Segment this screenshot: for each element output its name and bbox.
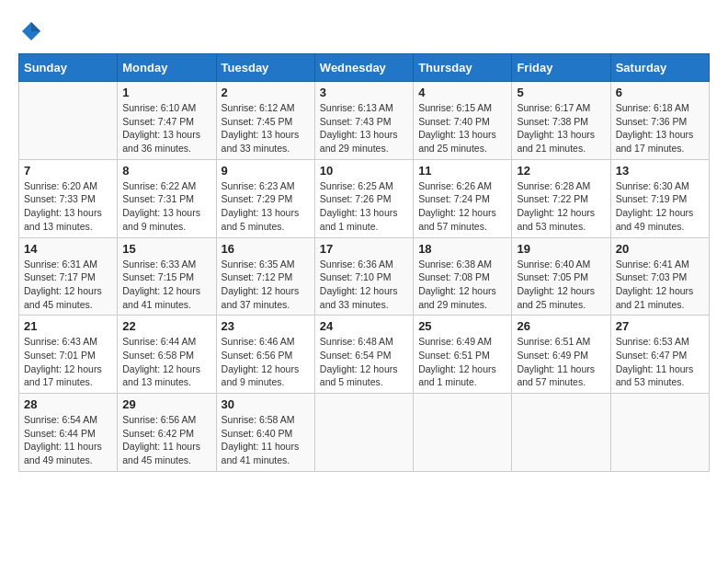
calendar-cell: 27Sunrise: 6:53 AM Sunset: 6:47 PM Dayli… [610, 316, 709, 394]
day-detail: Sunrise: 6:18 AM Sunset: 7:36 PM Dayligh… [616, 101, 704, 155]
calendar-cell: 1Sunrise: 6:10 AM Sunset: 7:47 PM Daylig… [118, 82, 216, 160]
day-number: 3 [320, 86, 408, 99]
weekday-header: Thursday [414, 54, 512, 82]
day-number: 16 [222, 242, 310, 256]
day-number: 4 [418, 86, 506, 99]
day-detail: Sunrise: 6:43 AM Sunset: 7:01 PM Dayligh… [24, 335, 112, 389]
day-number: 5 [517, 86, 605, 99]
day-detail: Sunrise: 6:51 AM Sunset: 6:49 PM Dayligh… [517, 335, 605, 389]
logo-icon [18, 18, 44, 44]
day-detail: Sunrise: 6:53 AM Sunset: 6:47 PM Dayligh… [616, 335, 704, 389]
calendar-cell: 20Sunrise: 6:41 AM Sunset: 7:03 PM Dayli… [610, 237, 709, 316]
day-detail: Sunrise: 6:23 AM Sunset: 7:29 PM Dayligh… [222, 179, 310, 234]
calendar-cell: 8Sunrise: 6:22 AM Sunset: 7:31 PM Daylig… [118, 159, 216, 237]
day-detail: Sunrise: 6:54 AM Sunset: 6:44 PM Dayligh… [24, 413, 112, 467]
calendar-cell: 15Sunrise: 6:33 AM Sunset: 7:15 PM Dayli… [118, 237, 216, 316]
day-number: 21 [24, 319, 112, 333]
calendar-cell: 21Sunrise: 6:43 AM Sunset: 7:01 PM Dayli… [19, 316, 118, 394]
day-detail: Sunrise: 6:36 AM Sunset: 7:10 PM Dayligh… [320, 258, 408, 312]
calendar-cell: 10Sunrise: 6:25 AM Sunset: 7:26 PM Dayli… [314, 159, 413, 237]
weekday-header-row: SundayMondayTuesdayWednesdayThursdayFrid… [19, 54, 710, 82]
calendar-cell: 16Sunrise: 6:35 AM Sunset: 7:12 PM Dayli… [216, 237, 314, 316]
calendar-cell: 25Sunrise: 6:49 AM Sunset: 6:51 PM Dayli… [414, 316, 512, 394]
calendar-cell: 7Sunrise: 6:20 AM Sunset: 7:33 PM Daylig… [19, 159, 118, 237]
day-number: 11 [418, 164, 506, 178]
day-detail: Sunrise: 6:48 AM Sunset: 6:54 PM Dayligh… [320, 335, 408, 389]
calendar-cell [19, 82, 118, 160]
calendar-week-row: 28Sunrise: 6:54 AM Sunset: 6:44 PM Dayli… [19, 394, 710, 472]
day-number: 15 [122, 242, 210, 256]
day-number: 8 [122, 164, 210, 178]
day-detail: Sunrise: 6:30 AM Sunset: 7:19 PM Dayligh… [616, 179, 704, 234]
day-number: 27 [616, 319, 704, 333]
day-number: 7 [24, 164, 112, 178]
calendar-cell: 3Sunrise: 6:13 AM Sunset: 7:43 PM Daylig… [314, 82, 413, 160]
day-number: 28 [24, 397, 112, 411]
calendar-cell: 4Sunrise: 6:15 AM Sunset: 7:40 PM Daylig… [414, 82, 512, 160]
calendar-cell: 23Sunrise: 6:46 AM Sunset: 6:56 PM Dayli… [216, 316, 314, 394]
day-number: 1 [122, 86, 210, 99]
day-detail: Sunrise: 6:26 AM Sunset: 7:24 PM Dayligh… [418, 179, 506, 234]
day-number: 19 [517, 242, 605, 256]
calendar-cell: 19Sunrise: 6:40 AM Sunset: 7:05 PM Dayli… [512, 237, 610, 316]
calendar-week-row: 7Sunrise: 6:20 AM Sunset: 7:33 PM Daylig… [19, 159, 710, 237]
day-detail: Sunrise: 6:56 AM Sunset: 6:42 PM Dayligh… [122, 413, 210, 467]
calendar-cell: 9Sunrise: 6:23 AM Sunset: 7:29 PM Daylig… [216, 159, 314, 237]
day-number: 2 [222, 86, 310, 99]
day-detail: Sunrise: 6:28 AM Sunset: 7:22 PM Dayligh… [517, 179, 605, 234]
day-detail: Sunrise: 6:46 AM Sunset: 6:56 PM Dayligh… [222, 335, 310, 389]
calendar-cell: 26Sunrise: 6:51 AM Sunset: 6:49 PM Dayli… [512, 316, 610, 394]
weekday-header: Friday [512, 54, 610, 82]
weekday-header: Tuesday [216, 54, 314, 82]
day-detail: Sunrise: 6:31 AM Sunset: 7:17 PM Dayligh… [24, 258, 112, 312]
day-detail: Sunrise: 6:13 AM Sunset: 7:43 PM Dayligh… [320, 101, 408, 155]
day-number: 29 [122, 397, 210, 411]
day-detail: Sunrise: 6:15 AM Sunset: 7:40 PM Dayligh… [418, 101, 506, 155]
weekday-header: Saturday [610, 54, 709, 82]
day-number: 6 [616, 86, 704, 99]
day-number: 14 [24, 242, 112, 256]
day-number: 23 [222, 319, 310, 333]
weekday-header: Wednesday [314, 54, 413, 82]
day-detail: Sunrise: 6:38 AM Sunset: 7:08 PM Dayligh… [418, 258, 506, 312]
day-detail: Sunrise: 6:41 AM Sunset: 7:03 PM Dayligh… [616, 258, 704, 312]
calendar-cell: 28Sunrise: 6:54 AM Sunset: 6:44 PM Dayli… [19, 394, 118, 472]
calendar-cell [414, 394, 512, 472]
calendar-week-row: 14Sunrise: 6:31 AM Sunset: 7:17 PM Dayli… [19, 237, 710, 316]
svg-marker-1 [31, 22, 40, 31]
day-number: 10 [320, 164, 408, 178]
day-number: 18 [418, 242, 506, 256]
day-number: 12 [517, 164, 605, 178]
calendar-cell: 14Sunrise: 6:31 AM Sunset: 7:17 PM Dayli… [19, 237, 118, 316]
day-detail: Sunrise: 6:25 AM Sunset: 7:26 PM Dayligh… [320, 179, 408, 234]
calendar-cell [314, 394, 413, 472]
calendar-cell: 11Sunrise: 6:26 AM Sunset: 7:24 PM Dayli… [414, 159, 512, 237]
day-detail: Sunrise: 6:33 AM Sunset: 7:15 PM Dayligh… [122, 258, 210, 312]
calendar-cell: 17Sunrise: 6:36 AM Sunset: 7:10 PM Dayli… [314, 237, 413, 316]
logo [18, 18, 48, 44]
calendar-table: SundayMondayTuesdayWednesdayThursdayFrid… [18, 53, 710, 472]
calendar-cell: 2Sunrise: 6:12 AM Sunset: 7:45 PM Daylig… [216, 82, 314, 160]
calendar-cell: 12Sunrise: 6:28 AM Sunset: 7:22 PM Dayli… [512, 159, 610, 237]
day-number: 13 [616, 164, 704, 178]
day-number: 25 [418, 319, 506, 333]
day-number: 20 [616, 242, 704, 256]
day-detail: Sunrise: 6:20 AM Sunset: 7:33 PM Dayligh… [24, 179, 112, 234]
calendar-cell [512, 394, 610, 472]
calendar-week-row: 1Sunrise: 6:10 AM Sunset: 7:47 PM Daylig… [19, 82, 710, 160]
day-number: 26 [517, 319, 605, 333]
calendar-cell: 30Sunrise: 6:58 AM Sunset: 6:40 PM Dayli… [216, 394, 314, 472]
day-number: 22 [122, 319, 210, 333]
day-number: 9 [222, 164, 310, 178]
calendar-cell: 6Sunrise: 6:18 AM Sunset: 7:36 PM Daylig… [610, 82, 709, 160]
day-number: 30 [222, 397, 310, 411]
calendar-cell: 18Sunrise: 6:38 AM Sunset: 7:08 PM Dayli… [414, 237, 512, 316]
weekday-header: Monday [118, 54, 216, 82]
calendar-cell: 29Sunrise: 6:56 AM Sunset: 6:42 PM Dayli… [118, 394, 216, 472]
day-number: 24 [320, 319, 408, 333]
day-detail: Sunrise: 6:44 AM Sunset: 6:58 PM Dayligh… [122, 335, 210, 389]
day-detail: Sunrise: 6:49 AM Sunset: 6:51 PM Dayligh… [418, 335, 506, 389]
day-detail: Sunrise: 6:58 AM Sunset: 6:40 PM Dayligh… [222, 413, 310, 467]
day-detail: Sunrise: 6:22 AM Sunset: 7:31 PM Dayligh… [122, 179, 210, 234]
day-detail: Sunrise: 6:17 AM Sunset: 7:38 PM Dayligh… [517, 101, 605, 155]
